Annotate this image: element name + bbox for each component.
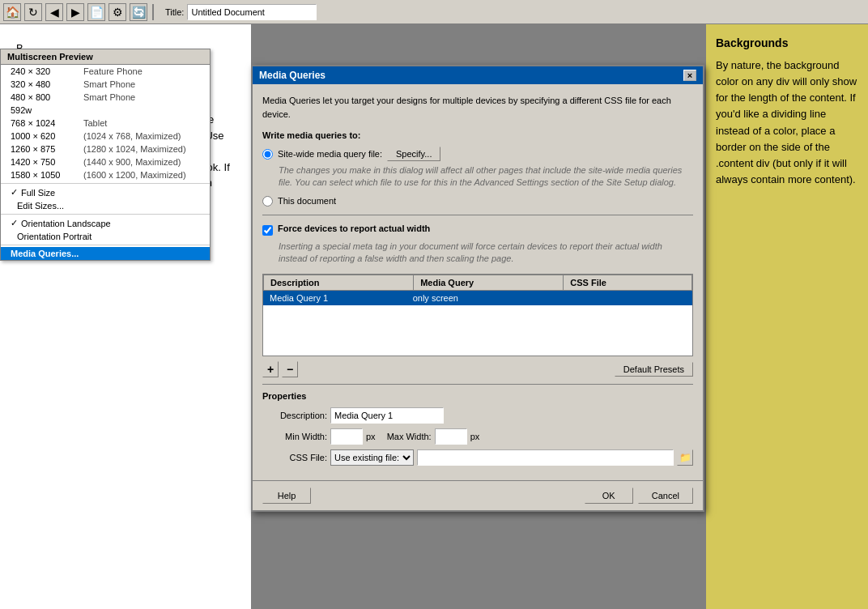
- menu-size-1000: 1000 × 620: [11, 131, 83, 141]
- menu-size-592: 592w: [11, 105, 83, 115]
- properties-section: Properties Description: Min Width: px Ma…: [262, 384, 693, 466]
- footer-right-buttons: OK Cancel: [585, 488, 693, 504]
- col-mediaquery: Media Query: [414, 275, 564, 290]
- specify-button[interactable]: Specify...: [387, 147, 440, 161]
- radio-thisdoc-row: This document: [262, 196, 693, 207]
- close-icon: ×: [687, 70, 692, 80]
- cssfile-select[interactable]: Use existing file:Create new file:: [330, 449, 414, 466]
- menu-sep-2: [1, 214, 210, 215]
- max-width-input[interactable]: [435, 428, 467, 445]
- title-label: Title:: [165, 7, 184, 17]
- min-width-unit: px: [366, 432, 376, 441]
- default-presets-button[interactable]: Default Presets: [615, 362, 693, 377]
- table-row[interactable]: Media Query 1 only screen: [263, 291, 692, 305]
- min-width-input[interactable]: [330, 428, 363, 445]
- cssfile-path-input[interactable]: [417, 449, 674, 466]
- radio-sitewide[interactable]: [262, 149, 273, 160]
- reload-icon[interactable]: 🔄: [130, 3, 147, 21]
- row-description: Media Query 1: [263, 291, 406, 305]
- force-devices-row: Force devices to report actual width: [262, 224, 693, 236]
- right-panel-body: By nature, the background color on any d…: [716, 57, 858, 188]
- mq-table: Description Media Query CSS File Media Q…: [262, 274, 693, 356]
- menu-label-1580: (1600 x 1200, Maximized): [83, 170, 186, 180]
- remove-row-button[interactable]: −: [282, 361, 298, 377]
- media-queries-dialog: Media Queries × Media Queries let you ta…: [251, 65, 704, 512]
- divider-1: [262, 215, 693, 215]
- home-icon[interactable]: 🏠: [3, 3, 21, 21]
- right-panel-title: Backgrounds: [716, 36, 858, 49]
- menu-size-768: 768 × 1024: [11, 118, 83, 128]
- menu-item-1000[interactable]: 1000 × 620 (1024 x 768, Maximized): [1, 130, 210, 143]
- menu-label-320: Smart Phone: [83, 79, 135, 89]
- menu-item-portrait[interactable]: Orientation Portrait: [1, 230, 210, 243]
- dialog-titlebar: Media Queries ×: [253, 66, 703, 84]
- menu-sep-1: [1, 183, 210, 184]
- dialog-close-button[interactable]: ×: [683, 70, 696, 81]
- desc-prop-label: Description:: [262, 411, 327, 420]
- menu-item-fullsize[interactable]: Full Size: [1, 185, 210, 199]
- menu-item-1580[interactable]: 1580 × 1050 (1600 x 1200, Maximized): [1, 168, 210, 181]
- right-panel: Backgrounds By nature, the background co…: [706, 24, 868, 609]
- divider-1: [152, 4, 154, 20]
- cancel-button[interactable]: Cancel: [638, 488, 693, 504]
- table-row-empty-2: [263, 322, 692, 338]
- folder-icon-button[interactable]: 📁: [677, 449, 693, 466]
- row-cssfile: [549, 291, 692, 305]
- back-icon[interactable]: ◀: [45, 3, 63, 21]
- menu-label-240: Feature Phone: [83, 66, 143, 76]
- properties-title: Properties: [262, 391, 693, 401]
- row-mediaquery: only screen: [406, 291, 550, 305]
- main-content: Bygr demonstrate a basic navigational st…: [0, 24, 868, 609]
- menu-item-mediaqueries[interactable]: Media Queries...: [1, 247, 210, 260]
- radio-thisdoc[interactable]: [262, 196, 273, 207]
- menu-fullsize-label: Full Size: [21, 188, 55, 198]
- menu-item-1420[interactable]: 1420 × 750 (1440 x 900, Maximized): [1, 155, 210, 168]
- col-description: Description: [264, 275, 414, 290]
- table-row-empty-1: [263, 305, 692, 322]
- min-width-label: Min Width:: [262, 432, 327, 441]
- menu-label-1420: (1440 x 900, Maximized): [83, 157, 181, 167]
- force-devices-label: Force devices to report actual width: [278, 224, 430, 233]
- title-input[interactable]: [187, 4, 317, 20]
- menu-item-240[interactable]: 240 × 320 Feature Phone: [1, 65, 210, 78]
- dialog-footer: Help OK Cancel: [253, 480, 703, 510]
- menu-item-768[interactable]: 768 × 1024 Tablet: [1, 117, 210, 130]
- desc-prop-row: Description:: [262, 407, 693, 424]
- menu-portrait-label: Orientation Portrait: [11, 232, 91, 241]
- menu-size-1420: 1420 × 750: [11, 157, 83, 167]
- site-wide-note: The changes you make in this dialog will…: [279, 164, 693, 190]
- menu-item-480[interactable]: 480 × 800 Smart Phone: [1, 91, 210, 104]
- desc-input[interactable]: [330, 407, 444, 424]
- menu-sep-3: [1, 245, 210, 245]
- menu-size-1260: 1260 × 875: [11, 144, 83, 154]
- menu-item-editsizes[interactable]: Edit Sizes...: [1, 199, 210, 212]
- dropdown-menu: Multiscreen Preview 240 × 320 Feature Ph…: [0, 49, 211, 261]
- settings-icon[interactable]: ⚙: [108, 3, 126, 21]
- radio-sitewide-row: Site-wide media query file: Specify...: [262, 147, 693, 161]
- width-prop-row: Min Width: px Max Width: px: [262, 428, 693, 445]
- dialog-title: Media Queries: [259, 70, 326, 81]
- cssfile-label: CSS File:: [262, 453, 327, 462]
- menu-mediaqueries-label: Media Queries...: [11, 249, 79, 258]
- menu-item-592[interactable]: 592w: [1, 104, 210, 117]
- toolbar: 🏠 ↻ ◀ ▶ 📄 ⚙ 🔄 Title:: [0, 0, 868, 24]
- refresh-icon[interactable]: ↻: [24, 3, 42, 21]
- force-devices-checkbox[interactable]: [262, 225, 273, 236]
- col-cssfile: CSS File: [564, 275, 692, 290]
- menu-item-landscape[interactable]: Orientation Landscape: [1, 216, 210, 230]
- menu-label-480: Smart Phone: [83, 92, 135, 102]
- forward-icon[interactable]: ▶: [66, 3, 84, 21]
- radio-sitewide-label: Site-wide media query file:: [278, 149, 382, 159]
- help-button[interactable]: Help: [262, 488, 311, 504]
- menu-item-1260[interactable]: 1260 × 875 (1280 x 1024, Maximized): [1, 143, 210, 155]
- dialog-body: Media Queries let you target your design…: [253, 84, 703, 480]
- add-row-button[interactable]: +: [262, 361, 279, 377]
- ok-button[interactable]: OK: [585, 488, 633, 504]
- file-icon[interactable]: 📄: [87, 3, 105, 21]
- menu-size-320: 320 × 480: [11, 79, 83, 89]
- menu-label-1260: (1280 x 1024, Maximized): [83, 144, 186, 154]
- dialog-description: Media Queries let you target your design…: [262, 94, 693, 121]
- radio-thisdoc-label: This document: [278, 196, 336, 206]
- cssfile-prop-row: CSS File: Use existing file:Create new f…: [262, 449, 693, 466]
- menu-item-320[interactable]: 320 × 480 Smart Phone: [1, 78, 210, 91]
